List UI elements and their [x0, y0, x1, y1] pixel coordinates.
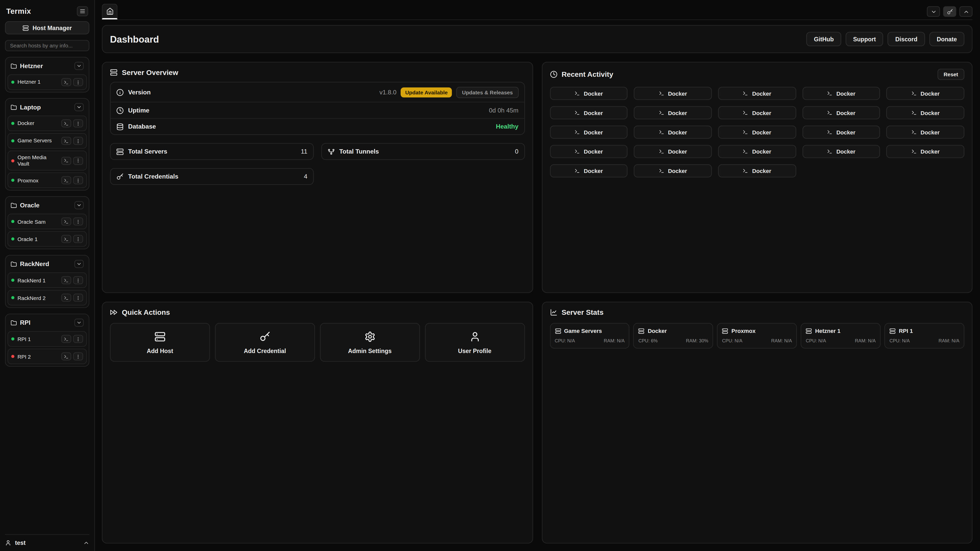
quick-actions-panel: Quick Actions Add HostAdd CredentialAdmi…	[102, 302, 533, 544]
quick-action-button[interactable]: Admin Settings	[320, 323, 420, 362]
group-collapse-button[interactable]	[74, 260, 84, 268]
info-icon	[116, 89, 124, 96]
host-item[interactable]: Docker	[7, 116, 87, 131]
host-terminal-button[interactable]	[61, 335, 71, 343]
activity-item-button[interactable]: Docker	[802, 106, 880, 119]
reset-button[interactable]: Reset	[937, 68, 964, 80]
search-input[interactable]	[5, 40, 89, 51]
group-header[interactable]: RackNerd	[7, 258, 87, 271]
activity-item-button[interactable]: Docker	[550, 125, 628, 138]
collapse-header-button[interactable]	[959, 6, 972, 17]
host-terminal-button[interactable]	[61, 137, 71, 145]
host-terminal-button[interactable]	[61, 157, 71, 165]
activity-item-button[interactable]: Docker	[634, 106, 712, 119]
activity-item-button[interactable]: Docker	[634, 125, 712, 138]
header-action-button[interactable]: Discord	[888, 32, 925, 46]
host-menu-button[interactable]	[73, 335, 83, 343]
activity-item-button[interactable]: Docker	[802, 145, 880, 158]
host-terminal-button[interactable]	[61, 119, 71, 127]
host-item[interactable]: Proxmox	[7, 173, 87, 188]
header-action-button[interactable]: Support	[845, 32, 883, 46]
host-terminal-button[interactable]	[61, 78, 71, 86]
host-menu-button[interactable]	[73, 119, 83, 127]
footer-collapse-button[interactable]	[83, 540, 89, 546]
activity-item-button[interactable]: Docker	[718, 164, 796, 177]
host-terminal-button[interactable]	[61, 294, 71, 302]
group-collapse-button[interactable]	[74, 319, 84, 327]
sidebar-menu-button[interactable]	[77, 6, 88, 16]
group-header[interactable]: Hetzner	[7, 59, 87, 73]
host-menu-button[interactable]	[73, 218, 83, 226]
host-item[interactable]: RPI 1	[7, 331, 87, 347]
host-menu-button[interactable]	[73, 235, 83, 243]
host-menu-button[interactable]	[73, 137, 83, 145]
activity-item-button[interactable]: Docker	[802, 87, 880, 100]
menu-icon	[80, 8, 86, 14]
activity-item-button[interactable]: Docker	[550, 87, 628, 100]
host-item[interactable]: Oracle Sam	[7, 214, 87, 229]
quick-action-button[interactable]: Add Host	[110, 323, 210, 362]
activity-item-button[interactable]: Docker	[886, 87, 964, 100]
activity-item-button[interactable]: Docker	[718, 106, 796, 119]
activity-item-button[interactable]: Docker	[802, 125, 880, 138]
group-header[interactable]: RPI	[7, 316, 87, 329]
activity-item-button[interactable]: Docker	[550, 145, 628, 158]
tab-home[interactable]	[102, 4, 118, 19]
host-actions	[61, 176, 83, 185]
activity-item-button[interactable]: Docker	[886, 145, 964, 158]
activity-item-button[interactable]: Docker	[718, 125, 796, 138]
quick-action-button[interactable]: Add Credential	[215, 323, 315, 362]
header-action-button[interactable]: GitHub	[807, 32, 841, 46]
host-item[interactable]: RPI 2	[7, 349, 87, 364]
group-collapse-button[interactable]	[74, 62, 84, 70]
updates-releases-button[interactable]: Updates & Releases	[456, 86, 518, 98]
stat-card-name: RPI 1	[899, 328, 913, 334]
group-collapse-button[interactable]	[74, 201, 84, 210]
host-menu-button[interactable]	[73, 294, 83, 302]
host-item[interactable]: Open Media Vault	[7, 151, 87, 171]
tabs-dropdown-button[interactable]	[927, 6, 940, 17]
home-icon	[106, 7, 113, 15]
host-menu-button[interactable]	[73, 78, 83, 86]
panel-title: Quick Actions	[122, 309, 170, 316]
activity-item-button[interactable]: Docker	[550, 106, 628, 119]
host-manager-button[interactable]: Host Manager	[5, 21, 89, 34]
group-header[interactable]: Oracle	[7, 199, 87, 212]
header-action-button[interactable]: Donate	[929, 32, 964, 46]
host-item[interactable]: Game Servers	[7, 133, 87, 149]
activity-item-button[interactable]: Docker	[634, 87, 712, 100]
host-menu-button[interactable]	[73, 276, 83, 284]
activity-item-button[interactable]: Docker	[718, 145, 796, 158]
activity-item-button[interactable]: Docker	[886, 106, 964, 119]
host-menu-button[interactable]	[73, 157, 83, 165]
host-item[interactable]: Hetzner 1	[7, 74, 87, 90]
host-item[interactable]: RackNerd 2	[7, 290, 87, 306]
total-tunnels-label: Total Tunnels	[339, 148, 379, 155]
host-terminal-button[interactable]	[61, 176, 71, 185]
sidebar-footer[interactable]: test	[5, 534, 89, 546]
stat-card-cpu: CPU: N/A	[555, 338, 575, 344]
activity-item-button[interactable]: Docker	[886, 125, 964, 138]
host-terminal-button[interactable]	[61, 353, 71, 361]
update-available-badge[interactable]: Update Available	[401, 87, 452, 97]
group-header[interactable]: Laptop	[7, 100, 87, 114]
activity-item-label: Docker	[836, 129, 856, 135]
group-collapse-button[interactable]	[74, 103, 84, 111]
activity-item-button[interactable]: Docker	[550, 164, 628, 177]
activity-item-button[interactable]: Docker	[718, 87, 796, 100]
host-status-dot	[11, 238, 14, 241]
host-menu-button[interactable]	[73, 353, 83, 361]
quick-action-button[interactable]: User Profile	[425, 323, 525, 362]
ssh-keys-button[interactable]	[943, 6, 956, 17]
host-item[interactable]: RackNerd 1	[7, 273, 87, 288]
activity-item-button[interactable]: Docker	[634, 164, 712, 177]
host-terminal-button[interactable]	[61, 218, 71, 226]
host-terminal-button[interactable]	[61, 276, 71, 284]
host-item[interactable]: Oracle 1	[7, 231, 87, 247]
activity-item-button[interactable]: Docker	[634, 145, 712, 158]
terminal-icon	[574, 168, 580, 174]
uptime-value: 0d 0h 45m	[489, 107, 519, 114]
host-terminal-button[interactable]	[61, 235, 71, 243]
overview-details: Version v1.8.0 Update Available Updates …	[110, 82, 525, 135]
host-menu-button[interactable]	[73, 176, 83, 185]
